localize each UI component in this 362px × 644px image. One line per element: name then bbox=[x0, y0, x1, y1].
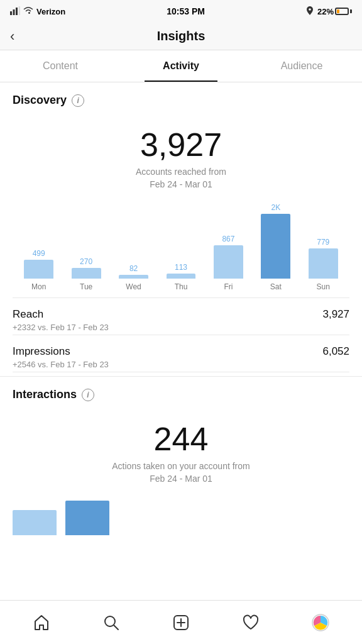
bar-value-sun: 779 bbox=[317, 238, 329, 247]
impressions-row: Impressions +2546 vs. Feb 17 - Feb 23 6,… bbox=[0, 335, 362, 372]
bar-label-thu: Thu bbox=[157, 282, 204, 291]
bar-col-wed: 82 bbox=[110, 203, 157, 279]
bar-value-tue: 270 bbox=[80, 257, 92, 266]
tab-activity[interactable]: Activity bbox=[121, 50, 241, 82]
impressions-label: Impressions bbox=[13, 345, 109, 358]
nav-profile[interactable] bbox=[307, 609, 334, 636]
svg-line-6 bbox=[114, 625, 118, 630]
top-nav: ‹ Insights bbox=[0, 23, 362, 50]
bar-label-sat: Sat bbox=[252, 282, 299, 291]
reach-bar-chart: 499 270 82 113 867 bbox=[0, 203, 362, 291]
bar-mon bbox=[24, 260, 53, 279]
battery-tip bbox=[350, 9, 352, 13]
interactions-chart-partial bbox=[0, 497, 362, 535]
bar-label-mon: Mon bbox=[15, 282, 62, 291]
reach-big-number: 3,927 bbox=[0, 126, 362, 164]
divider-3 bbox=[13, 372, 349, 372]
impressions-value: 6,052 bbox=[322, 345, 349, 358]
interactions-info-icon[interactable]: i bbox=[82, 389, 94, 401]
bar-wed bbox=[119, 275, 148, 279]
svg-rect-3 bbox=[19, 6, 21, 15]
carrier-signal: Verizon bbox=[10, 6, 65, 17]
bar-col-sun: 779 bbox=[300, 203, 347, 279]
bar-label-wed: Wed bbox=[110, 282, 157, 291]
bar-sat bbox=[261, 214, 290, 279]
battery-area: 22% bbox=[306, 6, 352, 17]
discovery-info-icon[interactable]: i bbox=[72, 94, 84, 107]
reach-label: Reach bbox=[13, 308, 109, 321]
tab-content[interactable]: Content bbox=[0, 50, 121, 82]
nav-home[interactable] bbox=[28, 609, 55, 636]
interactions-section: Interactions i bbox=[0, 376, 362, 408]
main-content: Discovery i 3,927 Accounts reached from … bbox=[0, 82, 362, 586]
bar-label-sun: Sun bbox=[300, 282, 347, 291]
interactions-subtitle: Actions taken on your account from Feb 2… bbox=[0, 460, 362, 485]
battery-percent: 22% bbox=[317, 7, 334, 16]
bar-value-fri: 867 bbox=[222, 235, 234, 243]
back-button[interactable]: ‹ bbox=[10, 28, 14, 45]
reach-sub: +2332 vs. Feb 17 - Feb 23 bbox=[13, 323, 109, 332]
svg-rect-0 bbox=[10, 11, 12, 15]
interactions-title: Interactions i bbox=[13, 388, 349, 401]
battery-body bbox=[335, 8, 349, 15]
svg-rect-2 bbox=[16, 8, 18, 15]
tabs-bar: Content Activity Audience bbox=[0, 50, 362, 82]
interactions-big-number: 244 bbox=[0, 420, 362, 458]
bar-col-sat: 2K bbox=[252, 203, 299, 279]
bot-bar-1 bbox=[13, 510, 57, 535]
bot-bar-2 bbox=[65, 501, 109, 535]
bar-col-thu: 113 bbox=[157, 203, 204, 279]
interactions-label: Interactions bbox=[13, 388, 77, 401]
discovery-section: Discovery i bbox=[0, 82, 362, 113]
bar-fri bbox=[214, 245, 243, 279]
bar-value-wed: 82 bbox=[129, 264, 138, 273]
battery-fill bbox=[337, 9, 340, 13]
status-time: 10:53 PM bbox=[167, 6, 205, 16]
discovery-title: Discovery i bbox=[13, 94, 349, 107]
svg-point-4 bbox=[309, 8, 311, 11]
bar-col-fri: 867 bbox=[205, 203, 252, 279]
nav-heart[interactable] bbox=[237, 609, 265, 636]
impressions-left: Impressions +2546 vs. Feb 17 - Feb 23 bbox=[13, 345, 109, 369]
bar-value-thu: 113 bbox=[175, 263, 187, 272]
reach-subtitle: Accounts reached from Feb 24 - Mar 01 bbox=[0, 166, 362, 191]
bar-col-tue: 270 bbox=[62, 203, 109, 279]
bars-container: 499 270 82 113 867 bbox=[13, 203, 349, 279]
bottom-nav bbox=[0, 600, 362, 644]
location-icon bbox=[306, 6, 314, 17]
battery-display: 22% bbox=[317, 7, 352, 16]
bar-value-sat: 2K bbox=[271, 203, 280, 212]
reach-value: 3,927 bbox=[322, 308, 349, 321]
bar-label-tue: Tue bbox=[62, 282, 109, 291]
impressions-sub: +2546 vs. Feb 17 - Feb 23 bbox=[13, 360, 109, 369]
bar-labels: Mon Tue Wed Thu Fri Sat Sun bbox=[13, 279, 349, 291]
bar-label-fri: Fri bbox=[205, 282, 252, 291]
nav-add[interactable] bbox=[167, 609, 195, 636]
discovery-label: Discovery bbox=[13, 94, 67, 107]
nav-search[interactable] bbox=[97, 609, 125, 636]
bar-tue bbox=[72, 268, 101, 279]
tab-audience[interactable]: Audience bbox=[241, 50, 362, 82]
svg-rect-1 bbox=[13, 9, 15, 15]
page-title: Insights bbox=[157, 29, 206, 43]
svg-point-5 bbox=[105, 616, 115, 626]
carrier-name: Verizon bbox=[36, 7, 65, 16]
signal-icon bbox=[10, 6, 20, 17]
reach-left: Reach +2332 vs. Feb 17 - Feb 23 bbox=[13, 308, 109, 332]
reach-row: Reach +2332 vs. Feb 17 - Feb 23 3,927 bbox=[0, 298, 362, 335]
bar-value-mon: 499 bbox=[33, 249, 45, 258]
wifi-icon bbox=[23, 6, 34, 16]
bar-sun bbox=[309, 248, 338, 279]
status-bar: Verizon 10:53 PM 22% bbox=[0, 0, 362, 23]
bar-thu bbox=[167, 274, 196, 279]
bar-col-mon: 499 bbox=[15, 203, 62, 279]
